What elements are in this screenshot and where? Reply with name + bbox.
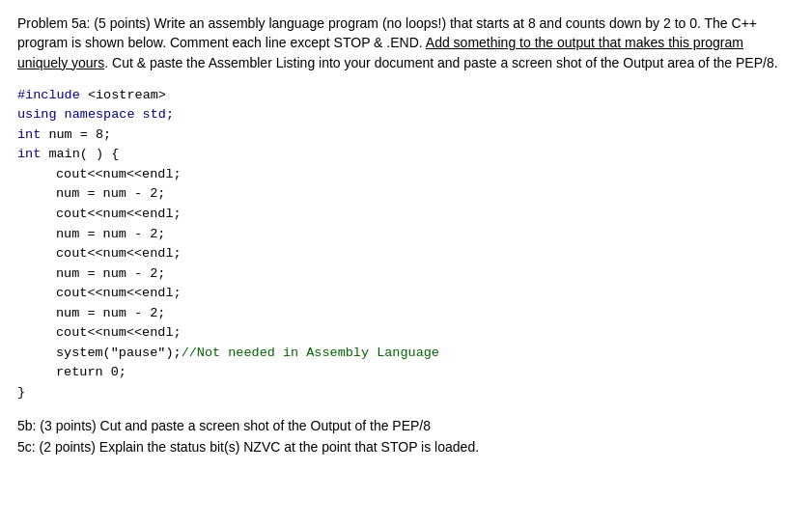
keyword-int1: int xyxy=(17,127,41,142)
footer-section: 5b: (3 points) Cut and paste a screen sh… xyxy=(17,416,795,457)
code-line-12: num = num - 2; xyxy=(17,304,795,324)
page-container: Problem 5a: (5 points) Write an assembly… xyxy=(0,0,812,526)
comment-pause: //Not needed in Assembly Language xyxy=(182,346,439,360)
code-line-9: cout<<num<<endl; xyxy=(17,244,795,264)
code-block: #include <iostream> using namespace std;… xyxy=(17,86,795,402)
code-line-3: int num = 8; xyxy=(17,125,795,146)
code-line-16: } xyxy=(17,383,795,403)
code-line-1: #include <iostream> xyxy=(17,86,795,106)
problem-text-part2: . Cut & paste the Assembler Listing into… xyxy=(104,55,777,70)
code-include-value: <iostream> xyxy=(88,88,166,102)
code-line-14: system("pause");//Not needed in Assembly… xyxy=(17,344,795,364)
code-line-13: cout<<num<<endl; xyxy=(17,323,795,344)
code-line-10: num = num - 2; xyxy=(17,264,795,285)
footer-line-1: 5b: (3 points) Cut and paste a screen sh… xyxy=(17,416,795,437)
code-line-2: using namespace std; xyxy=(17,105,795,125)
code-line-5: cout<<num<<endl; xyxy=(17,165,795,185)
keyword-using: using namespace std; xyxy=(17,107,174,122)
footer-line-2: 5c: (2 points) Explain the status bit(s)… xyxy=(17,437,795,458)
keyword-include: #include xyxy=(17,88,80,102)
code-line-8: num = num - 2; xyxy=(17,225,795,245)
code-line-6: num = num - 2; xyxy=(17,184,795,205)
code-line-4: int main( ) { xyxy=(17,145,795,165)
code-line-15: return 0; xyxy=(17,363,795,383)
code-line-11: cout<<num<<endl; xyxy=(17,284,795,304)
keyword-int2: int xyxy=(17,147,41,161)
problem-description: Problem 5a: (5 points) Write an assembly… xyxy=(17,14,795,72)
code-line-7: cout<<num<<endl; xyxy=(17,205,795,225)
